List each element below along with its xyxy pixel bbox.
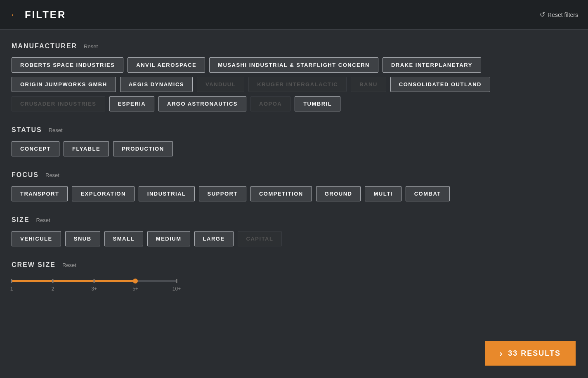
status-reset[interactable]: Reset	[49, 127, 63, 133]
focus-tags: TRANSPORTEXPLORATIONINDUSTRIALSUPPORTCOM…	[12, 186, 576, 201]
tag-combat[interactable]: COMBAT	[406, 186, 450, 201]
manufacturer-section: MANUFACTURER Reset ROBERTS SPACE INDUSTR…	[12, 43, 576, 111]
tag-industrial[interactable]: INDUSTRIAL	[139, 186, 195, 201]
slider-label-1: 1	[10, 286, 13, 292]
size-reset[interactable]: Reset	[36, 217, 50, 223]
tag-flyable[interactable]: FLYABLE	[64, 141, 109, 156]
crew-size-slider-track[interactable]	[12, 280, 177, 282]
crew-size-section: CREW SIZE Reset 1 2 3+ 5+ 10+	[12, 261, 576, 286]
back-arrow-icon[interactable]: ←	[10, 9, 19, 20]
tag-competition[interactable]: COMPETITION	[250, 186, 312, 201]
tag-consolidated[interactable]: CONSOLIDATED OUTLAND	[390, 77, 490, 92]
tag-vanduul: VANDUUL	[197, 77, 244, 92]
tag-vehicule[interactable]: VEHICULE	[12, 231, 61, 246]
tag-crusader: CRUSADER INDUSTRIES	[12, 96, 105, 111]
size-tags: VEHICULESNUBSMALLMEDIUMLARGECAPITAL	[12, 231, 576, 246]
header: ← FILTER ↺ Reset filters	[0, 0, 588, 30]
reset-filters-button[interactable]: ↺ Reset filters	[540, 11, 578, 19]
size-section: SIZE Reset VEHICULESNUBSMALLMEDIUMLARGEC…	[12, 216, 576, 246]
tag-transport[interactable]: TRANSPORT	[12, 186, 68, 201]
tag-exploration[interactable]: EXPLORATION	[72, 186, 134, 201]
focus-title: FOCUS	[12, 171, 39, 179]
slider-label-2: 2	[52, 286, 54, 292]
tag-multi[interactable]: MULTI	[365, 186, 401, 201]
crew-size-slider-fill	[12, 280, 135, 282]
header-left: ← FILTER	[10, 9, 66, 21]
tag-rsi[interactable]: ROBERTS SPACE INDUSTRIES	[12, 57, 123, 73]
focus-section: FOCUS Reset TRANSPORTEXPLORATIONINDUSTRI…	[12, 171, 576, 201]
reset-icon: ↺	[540, 11, 545, 19]
crew-size-header: CREW SIZE Reset	[12, 261, 576, 269]
tag-production[interactable]: PRODUCTION	[113, 141, 172, 156]
chevron-icon: ›	[500, 349, 503, 358]
status-title: STATUS	[12, 126, 42, 134]
slider-tick-1	[11, 279, 12, 283]
slider-label-3: 3+	[91, 286, 97, 292]
manufacturer-title: MANUFACTURER	[12, 43, 77, 50]
status-header: STATUS Reset	[12, 126, 576, 134]
size-title: SIZE	[12, 216, 30, 224]
status-tags: CONCEPTFLYABLEPRODUCTION	[12, 141, 576, 156]
tag-small[interactable]: SMALL	[104, 231, 143, 246]
manufacturer-tags: ROBERTS SPACE INDUSTRIESANVIL AEROSPACEM…	[12, 57, 576, 111]
crew-size-slider-container: 1 2 3+ 5+ 10+	[12, 276, 576, 286]
slider-tick-2	[52, 279, 54, 283]
focus-reset[interactable]: Reset	[45, 172, 59, 178]
tag-kruger: KRUGER INTERGALACTIC	[248, 77, 347, 92]
tag-aegis[interactable]: AEGIS DYNAMICS	[120, 77, 193, 92]
tag-support[interactable]: SUPPORT	[199, 186, 246, 201]
results-label: 33 RESULTS	[508, 349, 561, 358]
manufacturer-reset[interactable]: Reset	[84, 43, 98, 50]
tag-musashi[interactable]: MUSASHI INDUSTRIAL & STARFLIGHT CONCERN	[209, 57, 378, 73]
results-button[interactable]: › 33 RESULTS	[485, 341, 576, 366]
tag-origin[interactable]: ORIGIN JUMPWORKS GMBH	[12, 77, 116, 92]
tag-ground[interactable]: GROUND	[316, 186, 361, 201]
manufacturer-header: MANUFACTURER Reset	[12, 43, 576, 50]
slider-label-5: 10+	[172, 286, 181, 292]
tag-medium[interactable]: MEDIUM	[147, 231, 190, 246]
status-section: STATUS Reset CONCEPTFLYABLEPRODUCTION	[12, 126, 576, 156]
main-content: MANUFACTURER Reset ROBERTS SPACE INDUSTR…	[0, 30, 588, 342]
tag-argo[interactable]: ARGO ASTRONAUTICS	[158, 96, 246, 111]
tag-esperia[interactable]: ESPERIA	[109, 96, 155, 111]
slider-tick-3	[94, 279, 95, 283]
tag-snub[interactable]: SNUB	[65, 231, 100, 246]
tag-capital: CAPITAL	[238, 231, 282, 246]
slider-tick-5	[176, 279, 177, 283]
slider-label-4: 5+	[132, 286, 138, 292]
tag-drake[interactable]: DRAKE INTERPLANETARY	[383, 57, 481, 73]
page-title: FILTER	[25, 9, 66, 21]
crew-size-reset[interactable]: Reset	[62, 262, 76, 268]
crew-size-title: CREW SIZE	[12, 261, 56, 269]
tag-large[interactable]: LARGE	[194, 231, 234, 246]
tag-anvil[interactable]: ANVIL AEROSPACE	[128, 57, 205, 73]
tag-concept[interactable]: CONCEPT	[12, 141, 59, 156]
focus-header: FOCUS Reset	[12, 171, 576, 179]
tag-aopoa: AOPOA	[250, 96, 290, 111]
size-header: SIZE Reset	[12, 216, 576, 224]
reset-filters-label: Reset filters	[548, 12, 578, 18]
tag-banu: BANU	[351, 77, 386, 92]
tag-tumbril[interactable]: TUMBRIL	[295, 96, 340, 111]
crew-size-slider-thumb[interactable]	[133, 279, 138, 284]
